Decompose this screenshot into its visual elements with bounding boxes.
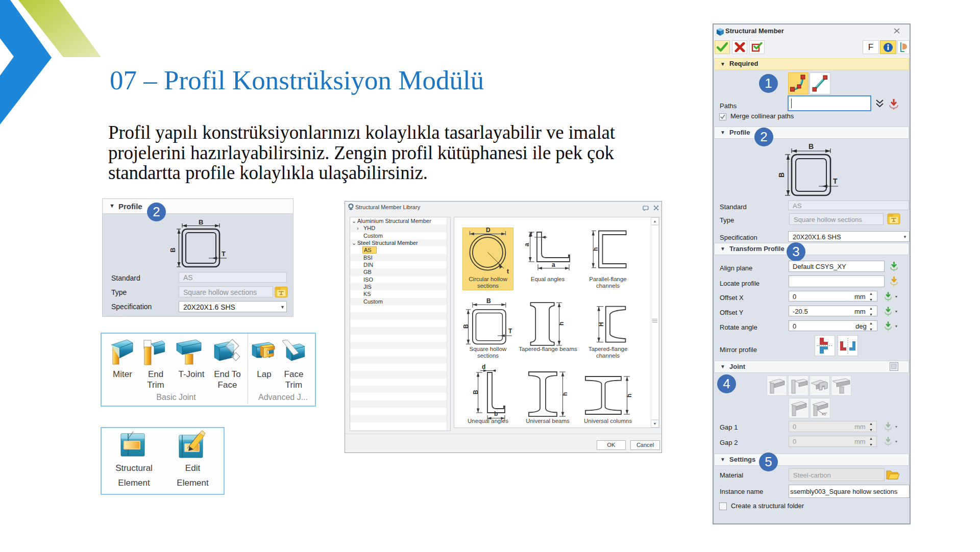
svg-text:a: a bbox=[523, 243, 530, 246]
svg-text:h: h bbox=[561, 392, 569, 396]
svg-text:h: h bbox=[626, 394, 633, 397]
svg-text:d: d bbox=[482, 363, 485, 370]
svg-text:B: B bbox=[199, 219, 203, 226]
svg-text:B: B bbox=[169, 247, 177, 252]
svg-text:h: h bbox=[592, 247, 599, 251]
svg-text:T: T bbox=[508, 328, 512, 335]
svg-text:B: B bbox=[462, 324, 470, 329]
svg-text:t: t bbox=[507, 268, 509, 275]
svg-text:B: B bbox=[808, 142, 814, 150]
svg-text:B: B bbox=[486, 297, 491, 305]
svg-text:b: b bbox=[494, 410, 498, 417]
svg-text:B: B bbox=[778, 172, 786, 178]
svg-text:B: B bbox=[472, 390, 479, 394]
svg-text:a: a bbox=[552, 261, 555, 268]
svg-text:T: T bbox=[222, 250, 226, 258]
svg-text:t: t bbox=[530, 231, 532, 238]
svg-text:45°: 45° bbox=[822, 412, 827, 416]
svg-text:D: D bbox=[486, 227, 491, 234]
svg-text:T: T bbox=[833, 177, 838, 185]
svg-text:H: H bbox=[598, 322, 605, 327]
svg-text:h: h bbox=[558, 322, 565, 325]
